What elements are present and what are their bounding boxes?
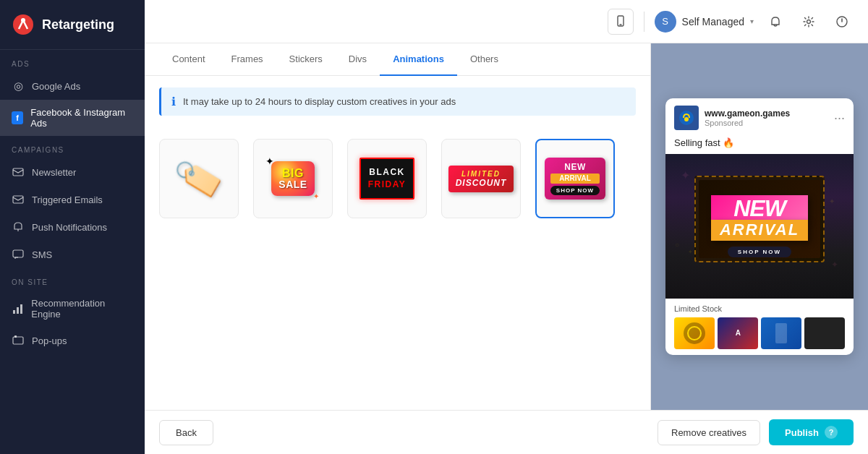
tab-divs[interactable]: Divs [336,43,380,76]
sidebar-item-label: Facebook & Instagram Ads [30,107,133,129]
chevron-down-icon: ▾ [750,17,754,25]
svg-rect-8 [20,304,22,314]
google-ads-icon: ◎ [12,80,25,93]
back-button[interactable]: Back [159,420,213,445]
tab-frames[interactable]: Frames [218,43,276,76]
ads-section-label: ADS [0,50,145,72]
sidebar-item-label: SMS [32,249,52,260]
tab-bar: Content Frames Stickers Divs Animations … [145,43,650,76]
on-site-section-label: ON SITE [0,268,145,291]
sidebar-item-push-notifications[interactable]: Push Notifications [0,213,145,241]
svg-point-1 [21,18,25,22]
right-panel: www.gameon.games Sponsored ··· Selling f… [651,43,868,410]
info-banner-text: It may take up to 24 hours to display cu… [183,96,456,107]
product-thumbnails: A [674,317,845,349]
svg-rect-6 [13,310,15,314]
triggered-emails-icon [12,193,25,206]
tab-others[interactable]: Others [457,43,511,76]
main-content: S Self Managed ▾ Content Frames [145,0,868,454]
sidebar-item-newsletter[interactable]: Newsletter [0,158,145,186]
sidebar-item-label: Google Ads [32,81,80,92]
sidebar-item-popups[interactable]: Pop-ups [0,327,145,354]
publish-button[interactable]: Publish ? [769,419,854,445]
ad-arrival-text: ARRIVAL [711,220,808,240]
left-panel: Content Frames Stickers Divs Animations … [145,43,651,410]
svg-rect-10 [14,335,17,338]
facebook-icon: f [12,111,23,124]
svg-rect-9 [13,337,23,344]
tab-content[interactable]: Content [159,43,218,76]
push-notifications-icon [12,220,25,234]
sidebar: Retargeting ADS ◎ Google Ads f Facebook … [0,0,145,454]
ad-site: www.gameon.games [705,108,828,119]
topbar-divider [644,12,644,32]
topbar: S Self Managed ▾ [145,0,868,43]
tag-image: 🏷️ [171,151,228,206]
ad-new-text: NEW [711,195,808,221]
help-icon[interactable]: ? [825,426,838,439]
ad-preview-card: www.gameon.games Sponsored ··· Selling f… [665,98,854,355]
stickers-grid: 🏷️ BIG SALE ✦ ✦ BLAC [145,127,650,410]
svg-rect-7 [17,307,19,314]
sms-icon [12,248,25,261]
sticker-discount[interactable]: Limited DISCOUNT [441,139,521,218]
product-thumb-2: A [718,317,758,349]
ad-bottom: Limited Stock A [665,299,854,355]
sticker-black-friday[interactable]: BLACK FRIDAY [347,139,427,218]
content-area: Content Frames Stickers Divs Animations … [145,43,868,410]
sticker-big-sale[interactable]: BIG SALE ✦ ✦ [253,139,333,218]
sidebar-item-label: Newsletter [32,167,76,178]
sidebar-logo: Retargeting [0,0,145,50]
black-friday-image: BLACK FRIDAY [359,158,415,200]
svg-point-17 [684,117,689,121]
user-name: Self Managed [682,16,744,27]
bottom-bar: Back Remove creatives Publish ? [145,410,868,454]
sidebar-item-label: Recommendation Engine [31,298,133,320]
ad-sponsored: Sponsored [705,119,828,127]
app-name: Retargeting [42,17,114,33]
ad-more-button[interactable]: ··· [834,111,845,126]
sidebar-item-label: Triggered Emails [32,194,103,205]
campaigns-section-label: CAMPAIGNS [0,136,145,158]
logout-button[interactable] [830,10,854,33]
ad-header: www.gameon.games Sponsored ··· [665,98,854,137]
remove-creatives-button[interactable]: Remove creatives [658,420,760,445]
sidebar-item-sms[interactable]: SMS [0,241,145,268]
info-banner: ℹ It may take up to 24 hours to display … [159,87,636,116]
ad-logo [674,106,699,130]
sidebar-item-label: Push Notifications [32,222,107,233]
new-arrival-image: NEW ARRIVAL SHOP NOW [545,158,605,200]
ad-meta: www.gameon.games Sponsored [705,108,828,127]
big-sale-image: BIG SALE ✦ ✦ [271,161,314,197]
limited-stock-label: Limited Stock [674,304,845,313]
product-thumb-1 [674,317,715,349]
logo-icon [12,13,35,36]
sidebar-item-facebook-ads[interactable]: f Facebook & Instagram Ads [0,100,145,136]
user-menu[interactable]: S Self Managed ▾ [655,11,754,33]
ad-cta-text: SHOP NOW [728,247,791,257]
info-icon: ℹ [171,95,176,108]
avatar: S [655,11,676,33]
bottom-right-actions: Remove creatives Publish ? [658,419,854,445]
svg-point-13 [807,20,811,23]
sticker-tag[interactable]: 🏷️ [159,139,239,218]
svg-rect-5 [13,250,23,257]
tab-animations[interactable]: Animations [380,43,457,76]
ad-tagline: Selling fast 🔥 [665,137,854,154]
publish-label: Publish [785,427,819,438]
sticker-new-arrival[interactable]: NEW ARRIVAL SHOP NOW [535,139,615,218]
settings-button[interactable] [797,10,820,33]
notifications-button[interactable] [764,10,787,33]
svg-rect-3 [13,196,23,203]
product-thumb-4 [804,317,845,349]
tab-stickers[interactable]: Stickers [276,43,336,76]
newsletter-icon [12,166,25,179]
sidebar-item-recommendation-engine[interactable]: Recommendation Engine [0,291,145,327]
sidebar-item-google-ads[interactable]: ◎ Google Ads [0,72,145,100]
mobile-view-button[interactable] [608,9,634,35]
product-thumb-3 [761,317,801,349]
sidebar-item-triggered-emails[interactable]: Triggered Emails [0,186,145,213]
popups-icon [12,334,25,347]
ad-main-image: ✦ ✦ ✦ • ✦ ○ NEW [665,154,854,299]
svg-point-0 [13,14,33,35]
